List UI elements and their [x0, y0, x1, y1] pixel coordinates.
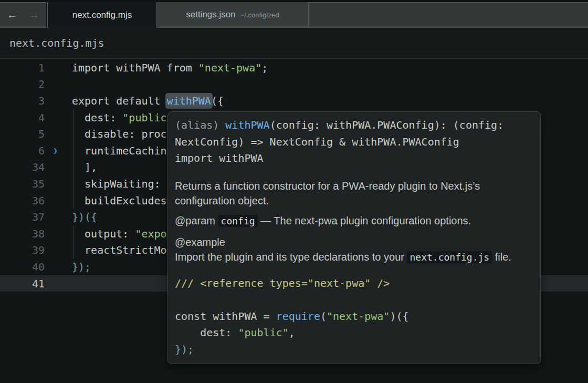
tab-next-config-mjs[interactable]: next.config.mjs — [47, 2, 157, 28]
code-token: }); — [175, 343, 194, 356]
line-number[interactable]: 34 — [0, 161, 45, 173]
tab-bar-empty-space — [309, 2, 588, 27]
code-token: "expo — [135, 227, 166, 240]
code-text: runtimeCachin — [45, 144, 167, 157]
code-token: output: — [72, 227, 135, 240]
line-number[interactable]: 4 — [0, 111, 45, 124]
example-code-line: }); — [175, 341, 533, 358]
signature-line: import withPWA — [175, 150, 533, 167]
code-token: )({ — [390, 310, 408, 323]
param-tag: @param — [175, 215, 218, 226]
code-text: import withPWA from "next-pwa"; — [45, 61, 268, 74]
example-line: Import the plugin and its type declarati… — [175, 250, 533, 265]
example-code-line: const withPWA = require("next-pwa")({ — [175, 308, 533, 325]
inline-code-next-config-js: next.config.js — [407, 251, 492, 263]
code-token: dest: — [175, 326, 238, 339]
line-number[interactable]: 38 — [0, 227, 45, 240]
code-text: })({ — [45, 211, 97, 223]
description-line: configuration object. — [175, 193, 533, 208]
line-number[interactable]: 5 — [0, 128, 45, 140]
line-number[interactable]: 37 — [0, 211, 45, 223]
line-number[interactable]: 6 — [0, 144, 45, 157]
code-token: disable: proc — [72, 128, 167, 140]
line-number[interactable]: 40 — [0, 261, 45, 273]
line-number[interactable]: 36 — [0, 194, 45, 207]
code-token: (config: withPWA.PWAConfig): (config: — [270, 119, 504, 131]
code-token: }); — [72, 261, 91, 273]
signature-line: NextConfig) => NextConfig & withPWA.PWAC… — [175, 134, 533, 151]
line-number[interactable]: 1 — [0, 61, 45, 74]
code-text: ], — [45, 161, 97, 173]
code-token: , — [289, 326, 295, 339]
zed-window: ← → next.config.mjs settings.json ~/.con… — [0, 0, 588, 59]
param-text: — The next-pwa plugin configuration opti… — [258, 215, 471, 226]
example-tag: @example — [175, 235, 533, 250]
tab-bar: ← → next.config.mjs settings.json ~/.con… — [0, 0, 588, 28]
code-token: "public" — [238, 326, 288, 339]
code-token: ( — [320, 310, 327, 323]
code-token: runtimeCachin — [72, 144, 167, 157]
code-line[interactable]: 3export default withPWA({ — [0, 92, 588, 109]
nav-history-controls: ← → — [0, 2, 47, 27]
forward-arrow-icon[interactable]: → — [29, 9, 39, 20]
breadcrumb-file-name: next.config.mjs — [9, 37, 104, 49]
tab-label: next.config.mjs — [72, 10, 132, 20]
code-text: skipWaiting: — [45, 178, 167, 190]
code-token: "next-pwa" — [198, 61, 261, 74]
code-token: })({ — [72, 211, 97, 223]
code-text: output: "expo — [45, 227, 167, 240]
code-token: import withPWA from — [72, 61, 198, 74]
line-number[interactable]: 39 — [0, 244, 45, 256]
code-line[interactable]: 2 — [0, 76, 588, 93]
line-number[interactable]: 35 — [0, 178, 45, 190]
example-code-line: dest: "public", — [175, 325, 533, 341]
hover-signature: (alias) withPWA(config: withPWA.PWAConfi… — [175, 117, 533, 167]
line-number[interactable]: 3 — [0, 95, 45, 107]
code-text: dest: "public — [45, 111, 167, 124]
code-token: withPWA — [225, 119, 269, 131]
inline-code-config: config — [218, 215, 258, 227]
code-token: require — [276, 310, 320, 323]
hover-param-line: @param config — The next-pwa plugin conf… — [175, 213, 533, 229]
code-token: export default — [72, 95, 167, 107]
code-token: const withPWA = — [175, 310, 276, 323]
code-token: dest: — [72, 111, 122, 124]
code-token: reactStrictMo — [72, 244, 167, 256]
hover-description: Returns a function constructor for a PWA… — [175, 179, 533, 208]
tab-path: ~/.config/zed — [240, 11, 279, 19]
code-text: export default withPWA({ — [45, 95, 224, 107]
code-token: import withPWA — [175, 152, 264, 164]
code-token: "public — [122, 111, 166, 124]
code-token: ({ — [211, 95, 224, 107]
code-token: "next-pwa" — [327, 310, 390, 323]
code-token: ], — [72, 161, 97, 173]
tab-settings-json[interactable]: settings.json ~/.config/zed — [157, 2, 309, 27]
hover-example-code: /// <reference types="next-pwa" /> const… — [175, 275, 533, 358]
code-line[interactable]: 1import withPWA from "next-pwa"; — [0, 59, 588, 76]
line-number[interactable]: 2 — [0, 78, 45, 90]
hover-example-text: @example Import the plugin and its type … — [175, 235, 533, 265]
code-token: withPWA — [167, 95, 211, 107]
code-token: NextConfig) => NextConfig & withPWA.PWAC… — [175, 136, 459, 148]
code-token: ; — [261, 61, 268, 74]
code-text: reactStrictMo — [45, 244, 167, 256]
code-token: (alias) — [175, 119, 225, 131]
signature-line: (alias) withPWA(config: withPWA.PWAConfi… — [175, 117, 533, 134]
description-line: Returns a function constructor for a PWA… — [175, 179, 533, 193]
code-text: disable: proc — [45, 128, 167, 140]
code-token: skipWaiting: — [72, 178, 167, 190]
hover-tooltip: (alias) withPWA(config: withPWA.PWAConfi… — [167, 111, 541, 364]
tab-label: settings.json — [186, 9, 236, 20]
code-text: }); — [45, 261, 91, 273]
code-text: buildExcludes — [45, 194, 167, 207]
back-arrow-icon[interactable]: ← — [7, 9, 17, 20]
code-token: /// <reference types="next-pwa" /> — [175, 277, 390, 289]
example-code-line: /// <reference types="next-pwa" /> — [175, 275, 533, 292]
breadcrumb[interactable]: next.config.mjs — [0, 28, 588, 59]
fold-chevron-icon[interactable]: ❯ — [53, 146, 58, 156]
example-code-line — [175, 292, 533, 308]
code-token: buildExcludes — [72, 194, 167, 207]
line-number[interactable]: 41 — [0, 277, 45, 290]
